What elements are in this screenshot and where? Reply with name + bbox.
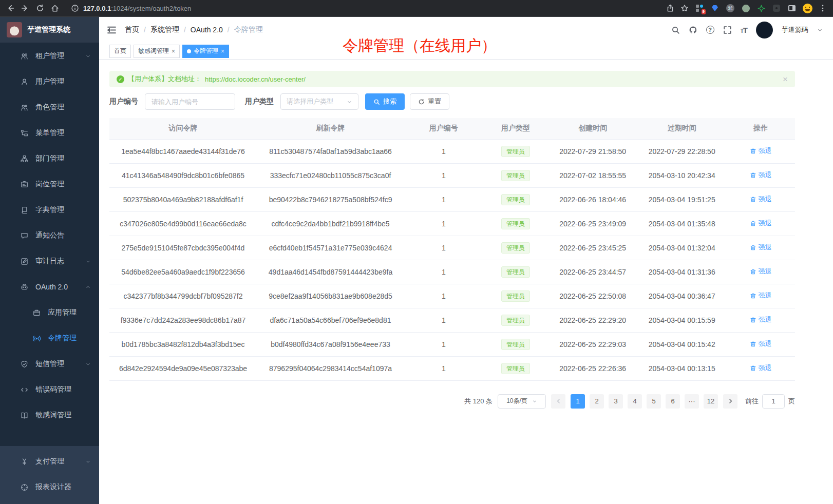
pager-page-12[interactable]: 12 [704, 394, 718, 409]
force-logout-button[interactable]: 强退 [750, 339, 772, 348]
pager-page-2[interactable]: 2 [590, 394, 604, 409]
action-cell: 强退 [726, 236, 795, 260]
pager-page-6[interactable]: 6 [666, 394, 680, 409]
sidebar-item-oauth2[interactable]: OAuth 2.0 [0, 274, 99, 300]
table-row: c347026e805e4d99b0d116eae66eda8ccdfc4ce9… [109, 211, 795, 236]
table-row: 6d842e2924594de9a09e45e087323abe8796295f… [109, 356, 795, 380]
user-type-select[interactable]: 请选择用户类型 [280, 93, 358, 110]
extension-icon-command[interactable]: ⌘ [726, 4, 735, 13]
pager-page-4[interactable]: 4 [628, 394, 642, 409]
user-type-cell: 管理员 [483, 308, 548, 332]
force-logout-button[interactable]: 强退 [750, 267, 772, 276]
tab-close-icon[interactable]: × [172, 48, 175, 55]
tab-label: 敏感词管理 [138, 47, 169, 55]
sidebar-item-menu-management[interactable]: 菜单管理 [0, 120, 99, 146]
sidebar-item-dept-management[interactable]: 部门管理 [0, 146, 99, 171]
font-size-icon[interactable]: TT [741, 26, 747, 34]
force-logout-button[interactable]: 强退 [750, 315, 772, 324]
search-button-label: 搜索 [383, 97, 396, 106]
force-logout-button[interactable]: 强退 [750, 146, 772, 156]
extension-icon-gem[interactable] [710, 4, 720, 13]
user-avatar[interactable] [756, 22, 773, 38]
force-logout-button[interactable]: 强退 [750, 195, 772, 204]
search-button[interactable]: 搜索 [365, 93, 405, 110]
fullscreen-icon[interactable] [723, 26, 732, 34]
force-logout-button[interactable]: 强退 [750, 243, 772, 252]
pager-next-button[interactable] [723, 394, 737, 409]
sidebar-item-error-code-management[interactable]: 错误码管理 [0, 377, 99, 402]
browser-home-icon[interactable] [51, 4, 59, 12]
sidebar-item-dict-management[interactable]: 字典管理 [0, 197, 99, 223]
pager-page-5[interactable]: 5 [647, 394, 661, 409]
extension-icon-green-dot[interactable] [741, 4, 750, 13]
user-type-badge: 管理员 [501, 194, 530, 205]
sidebar-item-audit-log[interactable]: 审计日志 [0, 248, 99, 274]
sidebar-item-label: 部门管理 [35, 154, 64, 163]
share-icon[interactable] [666, 4, 674, 12]
force-logout-button[interactable]: 强退 [750, 291, 772, 300]
sidebar-item-token-management[interactable]: 令牌管理 [0, 325, 99, 351]
page-size-select[interactable]: 10条/页 [498, 394, 546, 409]
reset-button[interactable]: 重置 [410, 93, 449, 110]
action-cell: 强退 [726, 308, 795, 332]
sidebar-toggle-icon[interactable] [107, 25, 117, 35]
pager-page-1[interactable]: 1 [571, 394, 585, 409]
user-id-input[interactable] [145, 93, 235, 110]
extension-icon-blocks[interactable]: 9 [695, 4, 704, 13]
chevron-down-icon[interactable] [817, 27, 823, 33]
force-logout-button[interactable]: 强退 [750, 170, 772, 180]
browser-profile-avatar[interactable] [803, 4, 812, 13]
alert-close-icon[interactable]: × [783, 75, 788, 84]
goto-page-input[interactable] [762, 394, 785, 409]
force-logout-button[interactable]: 强退 [750, 219, 772, 228]
browser-forward-icon[interactable] [21, 4, 29, 12]
doc-link[interactable]: https://doc.iocoder.cn/user-center/ [205, 75, 306, 83]
search-icon[interactable] [671, 26, 680, 34]
help-icon[interactable]: ? [706, 26, 714, 34]
pager-more-button[interactable]: ··· [685, 394, 699, 409]
sidebar-item-notice-announcement[interactable]: 通知公告 [0, 223, 99, 248]
tab-close-icon[interactable]: × [221, 48, 224, 55]
tab-令牌管理[interactable]: 令牌管理× [182, 45, 229, 58]
column-header: 用户类型 [483, 118, 548, 139]
column-header: 用户编号 [404, 118, 483, 139]
sidebar-item-payment-management[interactable]: 支付管理 [0, 449, 99, 474]
table-row: 1ea5e44f8bc1467aaede43144f31de76811c5304… [109, 139, 795, 163]
side-panel-icon[interactable] [787, 4, 797, 13]
user-type-badge: 管理员 [501, 146, 530, 157]
site-info-icon[interactable] [71, 4, 79, 12]
pager-page-3[interactable]: 3 [609, 394, 623, 409]
sidebar-item-sensitive-word-management[interactable]: 敏感词管理 [0, 402, 99, 428]
sidebar-item-tenant-management[interactable]: 租户管理 [0, 43, 99, 69]
audit-log-icon [21, 258, 29, 265]
access-token-cell: 502375b8040a469a9b82188afdf6af1f [109, 187, 257, 211]
github-icon[interactable] [689, 26, 697, 34]
breadcrumb-item[interactable]: 系统管理 [150, 25, 179, 34]
action-cell: 强退 [726, 332, 795, 356]
sidebar-item-user-management[interactable]: 用户管理 [0, 69, 99, 94]
sidebar-item-sms-management[interactable]: 短信管理 [0, 351, 99, 377]
breadcrumb-item[interactable]: 首页 [125, 25, 139, 34]
extension-icon-star[interactable] [756, 4, 766, 13]
sidebar-item-post-management[interactable]: 岗位管理 [0, 171, 99, 197]
user-name[interactable]: 芋道源码 [782, 25, 808, 34]
address-bar[interactable]: 127.0.0.1:1024/system/oauth2/token [71, 4, 659, 13]
browser-back-icon[interactable] [6, 4, 14, 12]
sidebar-item-app-management[interactable]: 应用管理 [0, 300, 99, 325]
sidebar-item-role-management[interactable]: 角色管理 [0, 94, 99, 120]
app-management-icon [33, 309, 41, 317]
browser-menu-icon[interactable] [819, 4, 827, 12]
expire-time-cell: 2054-03-04 01:31:36 [637, 260, 727, 284]
force-logout-button[interactable]: 强退 [750, 363, 772, 373]
bookmark-star-icon[interactable] [680, 4, 689, 12]
created-time-cell: 2022-06-25 23:44:57 [548, 260, 637, 284]
browser-reload-icon[interactable] [36, 4, 44, 12]
sidebar-item-report-designer[interactable]: 报表设计器 [0, 474, 99, 500]
breadcrumb-item[interactable]: OAuth 2.0 [191, 26, 223, 34]
pager-prev-button[interactable] [551, 394, 565, 409]
tab-首页[interactable]: 首页 [109, 45, 131, 58]
extension-icon-dark[interactable] [772, 4, 781, 13]
tab-敏感词管理[interactable]: 敏感词管理× [134, 45, 180, 58]
user-id-cell: 1 [404, 260, 483, 284]
user-type-label: 用户类型 [245, 97, 274, 106]
